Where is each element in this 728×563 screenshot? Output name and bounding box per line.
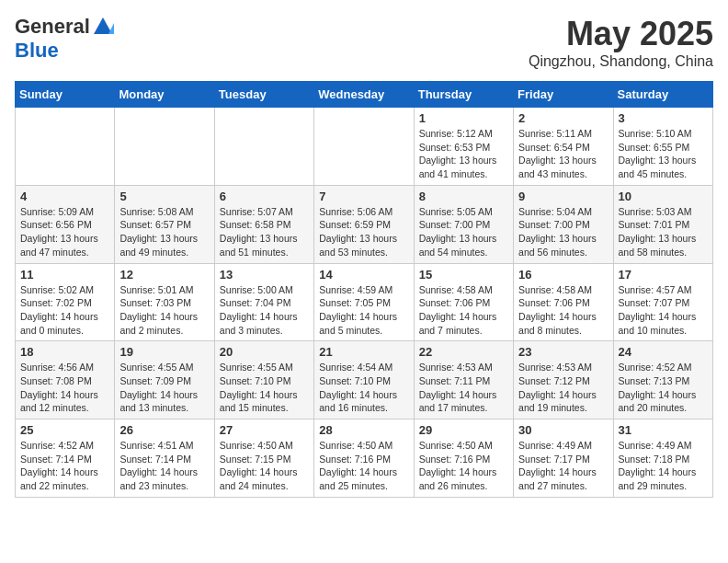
calendar-cell: 15Sunrise: 4:58 AM Sunset: 7:06 PM Dayli…: [414, 263, 513, 341]
day-info: Sunrise: 4:55 AM Sunset: 7:09 PM Dayligh…: [119, 361, 209, 415]
day-number: 26: [119, 423, 209, 437]
day-info: Sunrise: 4:50 AM Sunset: 7:16 PM Dayligh…: [419, 439, 508, 493]
day-number: 9: [518, 190, 608, 203]
title-area: May 2025 Qingzhou, Shandong, China: [529, 15, 713, 70]
calendar-cell: 9Sunrise: 5:04 AM Sunset: 7:00 PM Daylig…: [514, 185, 613, 263]
week-row-5: 25Sunrise: 4:52 AM Sunset: 7:14 PM Dayli…: [16, 419, 713, 498]
logo-icon: [92, 16, 114, 38]
day-number: 11: [20, 268, 109, 282]
day-number: 7: [319, 190, 408, 203]
day-info: Sunrise: 4:53 AM Sunset: 7:11 PM Dayligh…: [419, 361, 508, 415]
day-info: Sunrise: 4:57 AM Sunset: 7:07 PM Dayligh…: [619, 283, 708, 338]
day-info: Sunrise: 5:00 AM Sunset: 7:04 PM Dayligh…: [220, 283, 309, 338]
calendar-cell: 26Sunrise: 4:51 AM Sunset: 7:14 PM Dayli…: [115, 419, 214, 498]
day-info: Sunrise: 4:51 AM Sunset: 7:14 PM Dayligh…: [119, 439, 209, 493]
day-info: Sunrise: 5:03 AM Sunset: 7:01 PM Dayligh…: [619, 205, 708, 259]
day-number: 24: [619, 345, 708, 359]
day-info: Sunrise: 4:49 AM Sunset: 7:18 PM Dayligh…: [619, 439, 708, 493]
day-number: 19: [119, 345, 209, 359]
day-info: Sunrise: 5:02 AM Sunset: 7:02 PM Dayligh…: [20, 283, 109, 338]
calendar-cell: 10Sunrise: 5:03 AM Sunset: 7:01 PM Dayli…: [613, 185, 712, 263]
day-number: 3: [619, 111, 708, 125]
day-number: 2: [518, 111, 608, 125]
calendar-cell: 5Sunrise: 5:08 AM Sunset: 6:57 PM Daylig…: [115, 185, 214, 263]
day-number: 8: [419, 190, 508, 203]
calendar-cell: 17Sunrise: 4:57 AM Sunset: 7:07 PM Dayli…: [613, 263, 712, 341]
day-info: Sunrise: 5:12 AM Sunset: 6:53 PM Dayligh…: [419, 127, 508, 181]
weekday-header-tuesday: Tuesday: [214, 82, 313, 108]
calendar-cell: 19Sunrise: 4:55 AM Sunset: 7:09 PM Dayli…: [115, 341, 214, 419]
week-row-4: 18Sunrise: 4:56 AM Sunset: 7:08 PM Dayli…: [16, 341, 713, 419]
calendar-cell: 31Sunrise: 4:49 AM Sunset: 7:18 PM Dayli…: [613, 419, 712, 498]
day-number: 29: [419, 423, 508, 437]
calendar-cell: 28Sunrise: 4:50 AM Sunset: 7:16 PM Dayli…: [314, 419, 414, 498]
day-info: Sunrise: 5:04 AM Sunset: 7:00 PM Dayligh…: [518, 205, 608, 259]
svg-marker-1: [108, 23, 114, 34]
weekday-header-row: SundayMondayTuesdayWednesdayThursdayFrid…: [16, 82, 713, 108]
day-info: Sunrise: 5:05 AM Sunset: 7:00 PM Dayligh…: [419, 205, 508, 259]
day-info: Sunrise: 4:55 AM Sunset: 7:10 PM Dayligh…: [220, 361, 309, 415]
calendar-cell: 14Sunrise: 4:59 AM Sunset: 7:05 PM Dayli…: [314, 263, 414, 341]
day-info: Sunrise: 5:01 AM Sunset: 7:03 PM Dayligh…: [119, 283, 209, 338]
day-info: Sunrise: 4:56 AM Sunset: 7:08 PM Dayligh…: [20, 361, 109, 415]
calendar-cell: 21Sunrise: 4:54 AM Sunset: 7:10 PM Dayli…: [314, 341, 414, 419]
calendar-cell: 7Sunrise: 5:06 AM Sunset: 6:59 PM Daylig…: [314, 185, 414, 263]
day-info: Sunrise: 5:10 AM Sunset: 6:55 PM Dayligh…: [619, 127, 708, 181]
svg-marker-0: [94, 17, 112, 34]
calendar-cell: 22Sunrise: 4:53 AM Sunset: 7:11 PM Dayli…: [414, 341, 513, 419]
day-number: 12: [119, 268, 209, 282]
day-info: Sunrise: 5:11 AM Sunset: 6:54 PM Dayligh…: [518, 127, 608, 181]
day-number: 21: [319, 345, 408, 359]
month-title: May 2025: [529, 15, 713, 53]
calendar-cell: 6Sunrise: 5:07 AM Sunset: 6:58 PM Daylig…: [214, 185, 313, 263]
day-info: Sunrise: 4:59 AM Sunset: 7:05 PM Dayligh…: [319, 283, 408, 338]
location: Qingzhou, Shandong, China: [529, 53, 713, 70]
day-info: Sunrise: 5:06 AM Sunset: 6:59 PM Dayligh…: [319, 205, 408, 259]
day-number: 1: [419, 111, 508, 125]
calendar-cell: 3Sunrise: 5:10 AM Sunset: 6:55 PM Daylig…: [613, 108, 712, 186]
day-info: Sunrise: 4:53 AM Sunset: 7:12 PM Dayligh…: [518, 361, 608, 415]
day-number: 14: [319, 268, 408, 282]
day-number: 22: [419, 345, 508, 359]
day-info: Sunrise: 4:50 AM Sunset: 7:16 PM Dayligh…: [319, 439, 408, 493]
weekday-header-wednesday: Wednesday: [314, 82, 414, 108]
day-info: Sunrise: 5:08 AM Sunset: 6:57 PM Dayligh…: [119, 205, 209, 259]
day-number: 18: [20, 345, 109, 359]
day-number: 15: [419, 268, 508, 282]
day-number: 30: [518, 423, 608, 437]
calendar-cell: 23Sunrise: 4:53 AM Sunset: 7:12 PM Dayli…: [514, 341, 613, 419]
calendar-cell: 12Sunrise: 5:01 AM Sunset: 7:03 PM Dayli…: [115, 263, 214, 341]
calendar-cell: 1Sunrise: 5:12 AM Sunset: 6:53 PM Daylig…: [414, 108, 513, 186]
day-number: 6: [220, 190, 309, 203]
calendar-cell: 4Sunrise: 5:09 AM Sunset: 6:56 PM Daylig…: [16, 185, 115, 263]
day-info: Sunrise: 4:50 AM Sunset: 7:15 PM Dayligh…: [220, 439, 309, 493]
logo-blue-text: Blue: [15, 39, 59, 63]
weekday-header-friday: Friday: [514, 82, 613, 108]
weekday-header-thursday: Thursday: [414, 82, 513, 108]
week-row-3: 11Sunrise: 5:02 AM Sunset: 7:02 PM Dayli…: [16, 263, 713, 341]
day-number: 10: [619, 190, 708, 203]
day-number: 5: [119, 190, 209, 203]
logo: General Blue: [15, 15, 114, 63]
calendar-cell: [115, 108, 214, 186]
day-number: 20: [220, 345, 309, 359]
day-info: Sunrise: 4:52 AM Sunset: 7:13 PM Dayligh…: [619, 361, 708, 415]
weekday-header-saturday: Saturday: [613, 82, 712, 108]
day-info: Sunrise: 4:52 AM Sunset: 7:14 PM Dayligh…: [20, 439, 109, 493]
day-number: 28: [319, 423, 408, 437]
calendar-cell: 27Sunrise: 4:50 AM Sunset: 7:15 PM Dayli…: [214, 419, 313, 498]
calendar-cell: 2Sunrise: 5:11 AM Sunset: 6:54 PM Daylig…: [514, 108, 613, 186]
logo-general-text: General: [15, 15, 90, 39]
calendar-cell: 16Sunrise: 4:58 AM Sunset: 7:06 PM Dayli…: [514, 263, 613, 341]
day-info: Sunrise: 5:07 AM Sunset: 6:58 PM Dayligh…: [220, 205, 309, 259]
day-number: 23: [518, 345, 608, 359]
day-number: 13: [220, 268, 309, 282]
day-info: Sunrise: 4:49 AM Sunset: 7:17 PM Dayligh…: [518, 439, 608, 493]
calendar-cell: 18Sunrise: 4:56 AM Sunset: 7:08 PM Dayli…: [16, 341, 115, 419]
day-info: Sunrise: 4:54 AM Sunset: 7:10 PM Dayligh…: [319, 361, 408, 415]
calendar-table: SundayMondayTuesdayWednesdayThursdayFrid…: [15, 81, 713, 498]
calendar-cell: 24Sunrise: 4:52 AM Sunset: 7:13 PM Dayli…: [613, 341, 712, 419]
day-info: Sunrise: 5:09 AM Sunset: 6:56 PM Dayligh…: [20, 205, 109, 259]
calendar-cell: 20Sunrise: 4:55 AM Sunset: 7:10 PM Dayli…: [214, 341, 313, 419]
day-number: 4: [20, 190, 109, 203]
